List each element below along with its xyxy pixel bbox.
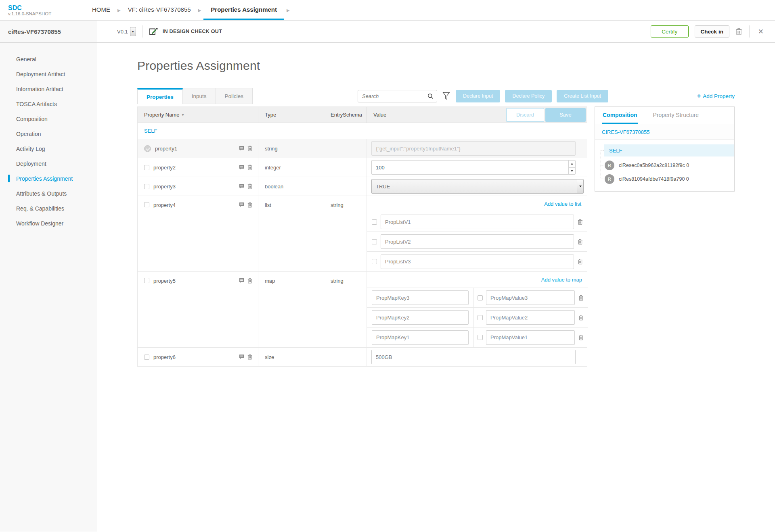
- property-type-cell: list: [258, 196, 324, 271]
- delete-trash-icon[interactable]: [735, 28, 742, 35]
- tree-node-self[interactable]: SELF: [604, 144, 734, 156]
- tab-property-structure[interactable]: Property Structure: [652, 107, 700, 124]
- sidebar-item-deployment[interactable]: Deployment: [0, 156, 97, 171]
- property-checkbox[interactable]: [144, 355, 149, 360]
- delete-property-icon[interactable]: [247, 202, 252, 208]
- map-value-input[interactable]: [486, 290, 575, 305]
- sidebar-item-properties-assignment[interactable]: Properties Assignment: [0, 171, 97, 186]
- sidebar-item-composition[interactable]: Composition: [0, 111, 97, 126]
- save-button[interactable]: Save: [545, 108, 586, 122]
- add-value-to-list-link[interactable]: Add value to list: [544, 201, 581, 207]
- tab-inputs[interactable]: Inputs: [183, 88, 216, 104]
- table-header: Property Name ▾ Type EntrySchema Value D…: [138, 107, 587, 123]
- list-item-input[interactable]: [381, 255, 574, 269]
- hierarchy-root[interactable]: CIRES-VF67370855: [595, 124, 734, 140]
- check-in-button[interactable]: Check in: [695, 25, 729, 38]
- delete-list-item-icon[interactable]: [578, 239, 583, 245]
- search-input[interactable]: [362, 93, 427, 99]
- discard-button[interactable]: Discard: [506, 108, 544, 122]
- comment-icon[interactable]: [239, 355, 244, 360]
- chevron-down-icon: ▼: [132, 30, 134, 33]
- comment-icon[interactable]: [239, 202, 244, 208]
- map-entry-checkbox[interactable]: [478, 335, 483, 340]
- delete-list-item-icon[interactable]: [578, 219, 583, 225]
- delete-property-icon[interactable]: [247, 184, 252, 189]
- comment-icon[interactable]: [239, 165, 244, 170]
- sidebar-item-operation[interactable]: Operation: [0, 126, 97, 141]
- add-property-label: Add Property: [703, 93, 735, 99]
- spinner-up-icon[interactable]: [569, 161, 575, 168]
- map-value-input[interactable]: [486, 330, 575, 345]
- tab-composition[interactable]: Composition: [602, 107, 638, 124]
- property2-number-input[interactable]: 100: [371, 160, 576, 175]
- sidebar-item-general[interactable]: General: [0, 52, 97, 67]
- certify-button[interactable]: Certify: [651, 25, 689, 38]
- list-item-checkbox[interactable]: [372, 259, 377, 264]
- sort-caret-icon: ▾: [182, 113, 184, 117]
- map-entry-checkbox[interactable]: [478, 295, 483, 300]
- tree-node-resource[interactable]: R ciRes81094afdbe7418f9a790 0: [605, 174, 734, 184]
- breadcrumb-properties-assignment[interactable]: Properties Assignment: [203, 0, 284, 20]
- sdc-logo[interactable]: SDC v.1.16.0-SNAPSHOT: [0, 0, 87, 20]
- delete-property-icon[interactable]: [247, 146, 252, 151]
- breadcrumb-vf[interactable]: VF: ciRes-VF67370855: [123, 0, 196, 20]
- list-item-input[interactable]: [381, 234, 574, 249]
- version-select[interactable]: ▼: [130, 27, 136, 36]
- list-item-checkbox[interactable]: [372, 219, 377, 225]
- column-header-property-name[interactable]: Property Name ▾: [138, 107, 258, 123]
- declare-policy-button[interactable]: Declare Policy: [505, 90, 552, 102]
- delete-property-icon[interactable]: [247, 354, 252, 360]
- delete-property-icon[interactable]: [247, 165, 252, 170]
- property-checkbox[interactable]: [144, 165, 149, 170]
- hierarchy-tree: SELF R ciResec0a5b962a2c81192f9c 0 R ciR…: [595, 140, 734, 191]
- breadcrumb-home[interactable]: HOME: [87, 0, 115, 20]
- sidebar-item-activity-log[interactable]: Activity Log: [0, 141, 97, 156]
- close-icon[interactable]: ✕: [756, 27, 765, 36]
- sidebar-item-deployment-artifact[interactable]: Deployment Artifact: [0, 67, 97, 81]
- tree-node-resource[interactable]: R ciResec0a5b962a2c81192f9c 0: [605, 160, 734, 170]
- delete-map-entry-icon[interactable]: [578, 315, 584, 321]
- map-value-input[interactable]: [486, 310, 575, 325]
- tab-properties[interactable]: Properties: [137, 88, 183, 104]
- tree-connector-line: [601, 150, 601, 178]
- comment-icon[interactable]: [239, 184, 244, 189]
- property-schema-cell: [324, 139, 367, 158]
- sidebar-item-tosca-artifacts[interactable]: TOSCA Artifacts: [0, 96, 97, 111]
- property-checkbox[interactable]: [144, 184, 149, 189]
- property-checkbox[interactable]: [144, 278, 149, 283]
- property-checkbox[interactable]: [144, 202, 149, 207]
- delete-map-entry-icon[interactable]: [578, 334, 584, 340]
- comment-icon[interactable]: [239, 278, 244, 284]
- property-name-cell: property5: [138, 272, 258, 347]
- table-row-property4: property4 list string: [138, 196, 587, 272]
- delete-property-icon[interactable]: [247, 278, 252, 284]
- list-item-checkbox[interactable]: [372, 239, 377, 244]
- list-item-input[interactable]: [381, 215, 574, 229]
- create-list-input-button[interactable]: Create List Input: [557, 90, 608, 102]
- filter-funnel-icon[interactable]: [442, 92, 450, 101]
- declare-input-button[interactable]: Declare Input: [456, 90, 500, 102]
- comment-icon[interactable]: [239, 146, 244, 151]
- property3-boolean-select[interactable]: TRUE: [371, 179, 584, 194]
- map-key-input[interactable]: [372, 310, 469, 325]
- delete-map-entry-icon[interactable]: [578, 295, 584, 301]
- column-header-value: Value Discard Save: [367, 107, 587, 123]
- spinner-down-icon[interactable]: [569, 168, 575, 175]
- resource-label: ciRes81094afdbe7418f9a790 0: [619, 176, 689, 182]
- number-spinner[interactable]: [568, 161, 575, 174]
- map-entry-checkbox[interactable]: [478, 315, 483, 320]
- delete-list-item-icon[interactable]: [578, 259, 583, 265]
- sidebar-item-information-artifact[interactable]: Information Artifact: [0, 81, 97, 96]
- controls-row: Properties Inputs Policies: [137, 88, 735, 104]
- property-schema-cell: string: [324, 196, 367, 271]
- property6-value-input[interactable]: [371, 350, 576, 364]
- sidebar-item-req-capabilities[interactable]: Req. & Capabilities: [0, 201, 97, 216]
- map-key-input[interactable]: [372, 330, 469, 345]
- sidebar-item-attributes-outputs[interactable]: Attributes & Outputs: [0, 186, 97, 201]
- tab-policies[interactable]: Policies: [216, 88, 253, 104]
- property-schema-cell: [324, 158, 367, 177]
- add-property-button[interactable]: + Add Property: [697, 92, 735, 100]
- sidebar-item-workflow-designer[interactable]: Workflow Designer: [0, 216, 97, 231]
- add-value-to-map-link[interactable]: Add value to map: [541, 277, 582, 283]
- map-key-input[interactable]: [372, 290, 469, 305]
